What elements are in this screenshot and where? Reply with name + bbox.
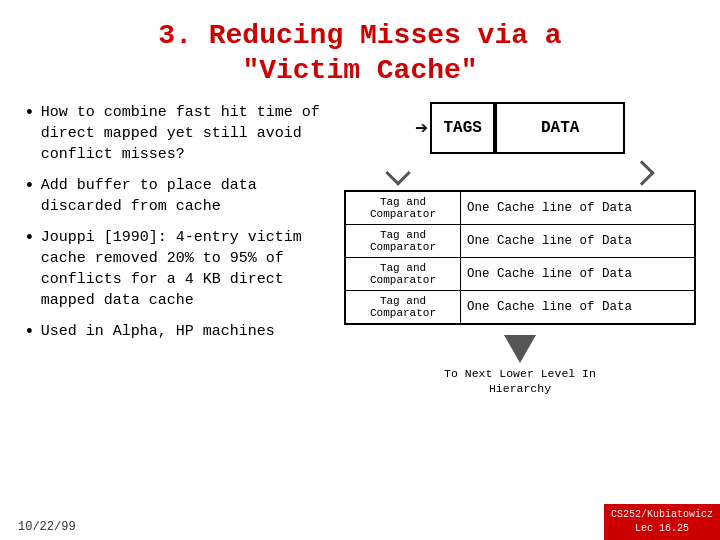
footer-date: 10/22/99 — [18, 520, 76, 534]
course-line2: Lec 16.25 — [611, 522, 713, 536]
next-level-line2: Hierarchy — [444, 382, 596, 397]
bullet-item-3: • Jouppi [1990]: 4-entry victim cache re… — [24, 227, 334, 311]
next-level-text: To Next Lower Level In Hierarchy — [444, 367, 596, 397]
tag-comparator-3: Tag and Comparator — [346, 258, 461, 290]
cache-line-4: One Cache line of Data — [461, 296, 694, 318]
slide-title: 3. Reducing Misses via a "Victim Cache" — [24, 18, 696, 88]
bullet-text-3: Jouppi [1990]: 4-entry victim cache remo… — [41, 227, 334, 311]
data-label: DATA — [541, 119, 579, 137]
bullet-text-4: Used in Alpha, HP machines — [41, 321, 275, 342]
tags-box: TAGS — [430, 102, 495, 154]
bullet-text-2: Add buffer to place data discarded from … — [41, 175, 334, 217]
bullet-dot-4: • — [24, 321, 35, 344]
tag-comparator-2: Tag and Comparator — [346, 225, 461, 257]
cache-line-3: One Cache line of Data — [461, 263, 694, 285]
cache-diagram: ➔ TAGS DATA — [344, 102, 696, 154]
victim-row-4: Tag and Comparator One Cache line of Dat… — [346, 291, 694, 323]
bullets-panel: • How to combine fast hit time of direct… — [24, 102, 334, 354]
bottom-arrow-area: To Next Lower Level In Hierarchy — [444, 335, 596, 397]
victim-cache: Tag and Comparator One Cache line of Dat… — [344, 190, 696, 325]
dual-arrows — [379, 162, 661, 182]
bullet-item-2: • Add buffer to place data discarded fro… — [24, 175, 334, 217]
bullet-item-4: • Used in Alpha, HP machines — [24, 321, 334, 344]
arrow-up-1 — [633, 162, 651, 182]
arrow-down-large-icon — [504, 335, 536, 363]
footer-course: CS252/Kubiatowicz Lec 16.25 — [604, 504, 720, 540]
cache-line-2: One Cache line of Data — [461, 230, 694, 252]
svg-marker-0 — [504, 335, 536, 363]
bullet-item-1: • How to combine fast hit time of direct… — [24, 102, 334, 165]
content-area: • How to combine fast hit time of direct… — [24, 102, 696, 397]
next-level-line1: To Next Lower Level In — [444, 367, 596, 382]
arrow-down-1 — [389, 162, 407, 182]
cache-row: ➔ TAGS DATA — [415, 102, 625, 154]
bullet-dot-2: • — [24, 175, 35, 198]
cache-line-1: One Cache line of Data — [461, 197, 694, 219]
bullet-text-1: How to combine fast hit time of direct m… — [41, 102, 334, 165]
victim-row-1: Tag and Comparator One Cache line of Dat… — [346, 192, 694, 225]
input-arrow-icon: ➔ — [415, 115, 428, 142]
title-line2: "Victim Cache" — [24, 53, 696, 88]
bullet-dot-1: • — [24, 102, 35, 125]
tags-label: TAGS — [443, 119, 481, 137]
right-panel: ➔ TAGS DATA — [344, 102, 696, 397]
course-line1: CS252/Kubiatowicz — [611, 508, 713, 522]
tag-comparator-4: Tag and Comparator — [346, 291, 461, 323]
data-box: DATA — [495, 102, 625, 154]
tag-comparator-1: Tag and Comparator — [346, 192, 461, 224]
bullet-dot-3: • — [24, 227, 35, 250]
victim-row-3: Tag and Comparator One Cache line of Dat… — [346, 258, 694, 291]
victim-row-2: Tag and Comparator One Cache line of Dat… — [346, 225, 694, 258]
title-line1: 3. Reducing Misses via a — [24, 18, 696, 53]
slide: 3. Reducing Misses via a "Victim Cache" … — [0, 0, 720, 540]
